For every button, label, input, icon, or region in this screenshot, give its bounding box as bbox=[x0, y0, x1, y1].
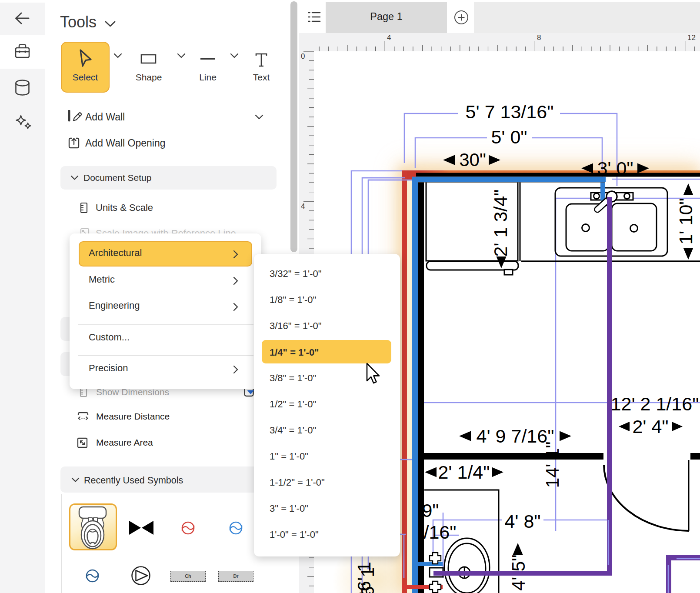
svg-text:/16": /16" bbox=[423, 522, 456, 543]
svg-text:12: 12 bbox=[687, 33, 696, 42]
svg-text:5' 7 13/16": 5' 7 13/16" bbox=[466, 101, 554, 122]
svg-text:2' 1/4": 2' 1/4" bbox=[438, 462, 490, 483]
svg-text:4: 4 bbox=[387, 33, 391, 42]
svg-text:2' 4": 2' 4" bbox=[632, 416, 668, 437]
svg-text:1' 10": 1' 10" bbox=[675, 198, 696, 244]
svg-text:4' 8": 4' 8" bbox=[504, 511, 540, 532]
svg-text:12' 2 1/16": 12' 2 1/16" bbox=[611, 393, 699, 414]
svg-text:4' 5": 4' 5" bbox=[508, 554, 529, 590]
svg-text:9": 9" bbox=[422, 500, 439, 521]
svg-text:14' 1": 14' 1" bbox=[542, 441, 563, 488]
svg-text:4: 4 bbox=[301, 202, 305, 210]
svg-text:2' 1 3/4": 2' 1 3/4" bbox=[490, 190, 511, 257]
svg-text:26' 1: 26' 1 bbox=[357, 567, 378, 593]
svg-text:0: 0 bbox=[301, 52, 305, 60]
svg-text:5' 0": 5' 0" bbox=[491, 127, 527, 147]
svg-text:30": 30" bbox=[459, 150, 486, 170]
svg-text:3' 0": 3' 0" bbox=[597, 158, 633, 179]
svg-text:8: 8 bbox=[537, 33, 541, 42]
